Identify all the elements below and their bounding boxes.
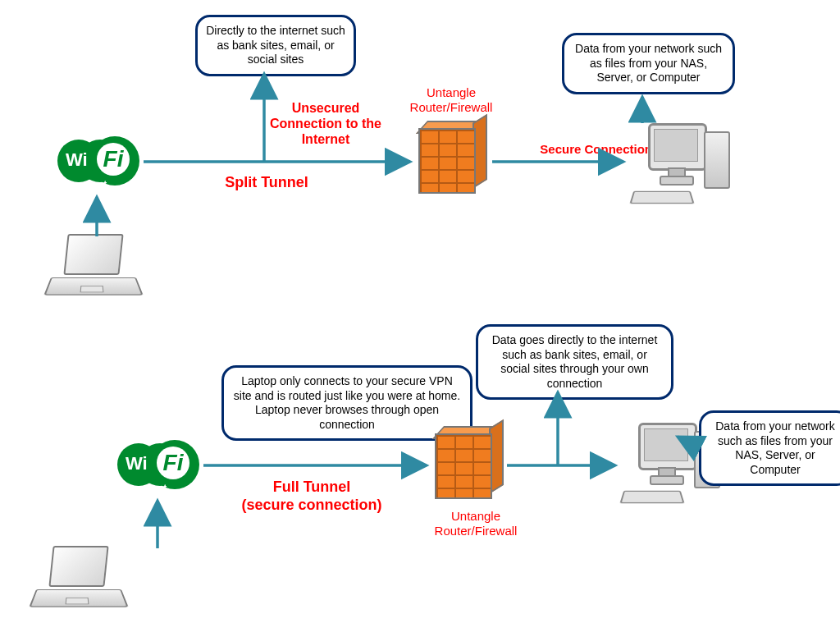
wifi-fi-b: Fi [157, 447, 189, 479]
wifi-free-b: Free [140, 433, 161, 445]
wifi-spot: spot [86, 179, 107, 190]
desktop-icon-top [632, 123, 730, 213]
laptop-bottom [33, 546, 131, 616]
wifi-spot-b: spot [146, 483, 167, 494]
wifi-wi: Wi [66, 149, 88, 171]
wifi-icon-bottom: Free Wi Fi spot [117, 435, 199, 494]
wifi-free: Free [80, 130, 101, 141]
laptop-top [48, 234, 146, 304]
label-firewall-bottom: Untangle Router/Firewall [418, 509, 533, 538]
label-unsecured: Unsecured Connection to the Internet [268, 100, 383, 148]
firewall-icon-bottom [435, 427, 500, 499]
wifi-fi: Fi [97, 143, 130, 176]
label-split-tunnel: Split Tunnel [193, 174, 340, 192]
label-firewall-top: Untangle Router/Firewall [394, 85, 509, 115]
wifi-icon-top: Free Wi Fi spot [57, 131, 139, 190]
callout-bottom-internet: Data goes directly to the internet such … [476, 324, 673, 400]
wifi-wi-b: Wi [126, 453, 148, 474]
firewall-icon-top [418, 121, 484, 194]
callout-bottom-nas: Data from your network such as files fro… [699, 410, 840, 486]
callout-top-nas: Data from your network such as files fro… [562, 33, 735, 94]
callout-top-internet: Directly to the internet such as bank si… [195, 15, 356, 76]
label-full-tunnel: Full Tunnel (secure connection) [221, 479, 402, 514]
